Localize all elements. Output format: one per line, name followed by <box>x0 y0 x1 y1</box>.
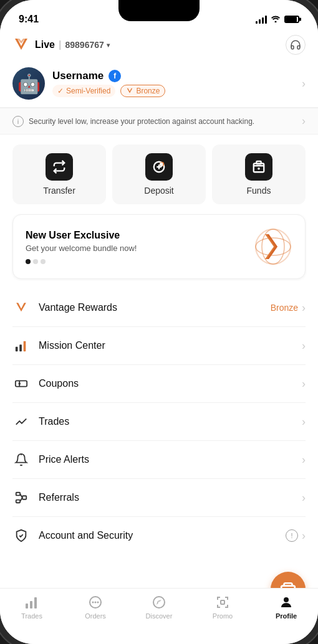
funds-label: Funds <box>247 186 271 196</box>
dot-1 <box>26 259 31 264</box>
funds-icon-box <box>245 153 272 181</box>
signal-icon <box>256 15 267 24</box>
promo-banner[interactable]: New User Exclusive Get your welcome bund… <box>12 214 306 279</box>
trades-chevron-icon: › <box>302 415 306 429</box>
nav-discover-label: Discover <box>146 612 173 620</box>
vantage-rewards-label: Vantage Rewards <box>39 302 271 313</box>
trades-icon <box>12 413 30 430</box>
header-left: Live | 89896767 ▾ <box>12 36 110 54</box>
bronze-badge: Bronze <box>120 85 165 97</box>
svg-rect-32 <box>26 604 28 608</box>
menu-item-mission-center[interactable]: Mission Center › <box>12 327 306 365</box>
price-alerts-chevron-icon: › <box>302 453 306 466</box>
username-label: Username <box>52 70 104 82</box>
header: Live | 89896767 ▾ <box>0 30 318 60</box>
coupons-icon <box>12 375 30 392</box>
transfer-label: Transfer <box>43 186 75 196</box>
nav-item-trades[interactable]: Trades <box>0 595 64 620</box>
security-alert[interactable]: i Security level low, increase your prot… <box>0 108 318 135</box>
nav-item-promo[interactable]: Promo <box>191 595 254 620</box>
verified-badge: ✓ Semi-Verified <box>52 85 115 97</box>
vantage-mini-icon <box>126 87 133 95</box>
menu-item-trades[interactable]: Trades › <box>12 403 306 441</box>
coupons-right: › <box>302 377 306 391</box>
nav-discover-icon <box>152 595 166 610</box>
promo-dots <box>26 259 137 264</box>
referrals-chevron-icon: › <box>302 491 306 504</box>
svg-point-43 <box>284 597 289 602</box>
info-icon: i <box>12 116 24 127</box>
profile-section[interactable]: 🤖 Username f ✓ Semi-Verified <box>0 60 318 108</box>
vantage-rewards-right: Bronze › <box>271 301 306 315</box>
promo-logo-icon <box>251 225 295 268</box>
svg-point-9 <box>258 168 260 170</box>
nav-profile-label: Profile <box>276 612 297 620</box>
nav-item-orders[interactable]: Orders <box>64 595 127 620</box>
svg-rect-24 <box>16 493 20 496</box>
nav-profile-icon <box>279 595 294 610</box>
referrals-label: Referrals <box>39 492 302 503</box>
security-alert-chevron-icon: › <box>302 115 306 128</box>
wifi-icon <box>271 14 281 24</box>
account-security-label: Account and Security <box>39 530 286 541</box>
nav-orders-icon <box>88 595 103 610</box>
coupons-chevron-icon: › <box>302 377 306 391</box>
security-alert-content: i Security level low, increase your prot… <box>12 116 254 127</box>
deposit-button[interactable]: $ Deposit <box>112 144 206 204</box>
svg-rect-33 <box>30 601 32 608</box>
menu-item-coupons[interactable]: Coupons › <box>12 365 306 403</box>
svg-marker-0 <box>15 39 27 50</box>
status-icons <box>256 14 299 24</box>
svg-point-37 <box>95 602 97 604</box>
mission-center-right: › <box>302 339 306 353</box>
menu-item-vantage-rewards[interactable]: Vantage Rewards Bronze › <box>12 289 306 327</box>
battery-icon <box>284 16 299 23</box>
phone-frame: 9:41 <box>0 0 318 644</box>
dot-3 <box>41 259 46 264</box>
menu-item-referrals[interactable]: Referrals › <box>12 479 306 517</box>
svg-marker-2 <box>127 88 133 93</box>
trades-label: Trades <box>39 416 302 427</box>
nav-trades-icon <box>24 595 39 610</box>
menu-list: Vantage Rewards Bronze › Mission Center <box>0 289 318 554</box>
funds-button[interactable]: Funds <box>212 144 306 204</box>
profile-info: Username f ✓ Semi-Verified Bronze <box>52 70 302 97</box>
nav-orders-label: Orders <box>85 612 106 620</box>
svg-point-36 <box>92 602 94 604</box>
menu-item-account-security[interactable]: Account and Security ! › <box>12 517 306 554</box>
badges-row: ✓ Semi-Verified Bronze <box>52 85 302 97</box>
nav-promo-label: Promo <box>213 612 233 620</box>
svg-rect-10 <box>256 161 261 164</box>
promo-text: New User Exclusive Get your welcome bund… <box>26 230 137 264</box>
price-alerts-icon <box>12 451 30 468</box>
notch <box>118 0 200 21</box>
referrals-right: › <box>302 491 306 504</box>
vantage-logo-icon <box>12 36 30 54</box>
nav-item-discover[interactable]: Discover <box>127 595 191 620</box>
coupons-label: Coupons <box>39 378 302 389</box>
quick-actions: Transfer $ Deposit <box>0 135 318 214</box>
profile-chevron-icon: › <box>302 77 306 90</box>
status-time: 9:41 <box>19 14 39 25</box>
trades-right: › <box>302 415 306 429</box>
svg-rect-19 <box>24 341 26 352</box>
promo-subtitle: Get your welcome bundle now! <box>26 244 137 253</box>
menu-item-price-alerts[interactable]: Price Alerts › <box>12 441 306 479</box>
mission-center-chevron-icon: › <box>302 339 306 353</box>
transfer-button[interactable]: Transfer <box>12 144 106 204</box>
nav-item-profile[interactable]: Profile <box>254 595 318 620</box>
svg-rect-34 <box>34 597 37 608</box>
svg-point-22 <box>18 382 21 385</box>
checkmark-icon: ✓ <box>57 87 64 95</box>
vantage-rewards-chevron-icon: › <box>302 301 306 315</box>
transfer-icon-box <box>46 153 73 181</box>
headset-button[interactable] <box>286 35 306 55</box>
security-alert-text: Security level low, increase your protec… <box>29 117 254 126</box>
svg-rect-26 <box>22 496 26 500</box>
live-badge[interactable]: Live | 89896767 ▾ <box>35 39 110 50</box>
svg-rect-17 <box>16 347 18 351</box>
promo-title: New User Exclusive <box>26 230 137 241</box>
nav-promo-icon <box>215 595 230 610</box>
svg-rect-20 <box>16 381 27 386</box>
svg-point-41 <box>158 602 160 604</box>
